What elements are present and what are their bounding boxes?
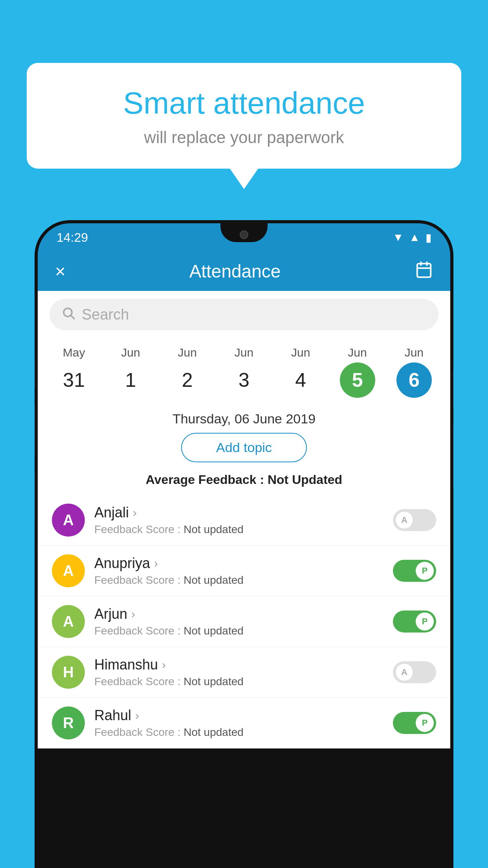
avatar: A (52, 554, 85, 587)
chevron-right-icon: › (131, 607, 135, 621)
date-col[interactable]: Jun2 (161, 346, 214, 398)
attendance-toggle[interactable]: P (393, 560, 436, 582)
signal-icon: ▲ (409, 231, 420, 244)
student-info: Anjali ›Feedback Score : Not updated (94, 504, 383, 536)
calendar-icon[interactable] (415, 261, 433, 282)
attendance-toggle[interactable]: P (393, 712, 436, 734)
student-item[interactable]: AArjun ›Feedback Score : Not updatedP (38, 596, 450, 647)
date-col[interactable]: Jun4 (274, 346, 327, 398)
chevron-right-icon: › (162, 658, 166, 671)
day-number[interactable]: 1 (113, 362, 148, 398)
avg-value: Not Updated (268, 473, 342, 487)
content-area: Thursday, 06 June 2019 Add topic Average… (38, 402, 450, 495)
selected-date-label: Thursday, 06 June 2019 (38, 402, 450, 433)
toggle-knob: P (416, 612, 434, 631)
avatar: R (52, 706, 85, 739)
date-col[interactable]: Jun3 (217, 346, 271, 398)
student-name: Himanshu › (94, 657, 383, 673)
student-info: Anupriya ›Feedback Score : Not updated (94, 555, 383, 587)
student-item[interactable]: RRahul ›Feedback Score : Not updatedP (38, 698, 450, 748)
student-item[interactable]: AAnupriya ›Feedback Score : Not updatedP (38, 546, 450, 596)
add-topic-button[interactable]: Add topic (181, 433, 307, 462)
vol-btn-2 (35, 405, 35, 456)
wifi-icon: ▼ (393, 231, 404, 244)
toggle-knob: P (416, 562, 434, 580)
phone-inner: 14:29 ▼ ▲ ▮ × Attendance (38, 223, 450, 868)
status-time: 14:29 (57, 230, 88, 245)
app-header: × Attendance (38, 252, 450, 291)
toggle-knob: A (395, 511, 413, 529)
day-number[interactable]: 3 (226, 362, 262, 398)
svg-rect-0 (417, 263, 431, 277)
attendance-toggle[interactable]: P (393, 611, 436, 633)
vol-btn-3 (35, 472, 35, 523)
avatar: A (52, 605, 85, 638)
chevron-right-icon: › (135, 709, 139, 722)
search-icon (61, 306, 75, 324)
student-name: Anjali › (94, 504, 383, 521)
search-placeholder: Search (82, 306, 129, 323)
student-info: Rahul ›Feedback Score : Not updated (94, 707, 383, 739)
feedback-score: Feedback Score : Not updated (94, 523, 383, 536)
feedback-score: Feedback Score : Not updated (94, 675, 383, 688)
chevron-right-icon: › (154, 557, 158, 570)
month-label: Jun (121, 346, 140, 359)
speech-bubble-container: Smart attendance will replace your paper… (27, 63, 461, 169)
avatar: H (52, 656, 85, 689)
battery-icon: ▮ (426, 231, 431, 244)
month-label: Jun (291, 346, 310, 359)
day-number[interactable]: 6 (396, 362, 432, 398)
day-number[interactable]: 2 (170, 362, 205, 398)
avatar: A (52, 504, 85, 537)
speech-bubble: Smart attendance will replace your paper… (27, 63, 461, 169)
average-feedback: Average Feedback : Not Updated (38, 470, 450, 495)
feedback-score: Feedback Score : Not updated (94, 625, 383, 637)
student-list: AAnjali ›Feedback Score : Not updatedAAA… (38, 495, 450, 748)
avg-label: Average Feedback : (146, 473, 268, 487)
month-label: Jun (235, 346, 253, 359)
date-col[interactable]: May31 (47, 346, 101, 398)
toggle-knob: P (416, 714, 434, 732)
day-number[interactable]: 5 (340, 362, 375, 398)
feedback-score: Feedback Score : Not updated (94, 726, 383, 739)
svg-line-5 (71, 315, 74, 318)
date-col[interactable]: Jun5 (331, 346, 384, 398)
day-number[interactable]: 31 (56, 362, 92, 398)
power-btn (453, 370, 453, 409)
vol-btn-1 (35, 358, 35, 389)
student-item[interactable]: HHimanshu ›Feedback Score : Not updatedA (38, 647, 450, 698)
month-label: Jun (348, 346, 367, 359)
camera (240, 230, 248, 239)
search-container: Search (38, 291, 450, 338)
student-name: Anupriya › (94, 555, 383, 572)
header-title: Attendance (55, 261, 415, 282)
month-label: Jun (178, 346, 197, 359)
notch (220, 223, 268, 242)
search-bar[interactable]: Search (50, 299, 438, 330)
date-col[interactable]: Jun6 (387, 346, 441, 398)
month-label: Jun (405, 346, 424, 359)
toggle-knob: A (395, 663, 413, 681)
student-info: Arjun ›Feedback Score : Not updated (94, 606, 383, 637)
status-icons: ▼ ▲ ▮ (393, 231, 431, 244)
power-btn-2 (453, 425, 453, 487)
student-name: Rahul › (94, 707, 383, 724)
attendance-toggle[interactable]: A (393, 661, 436, 683)
date-col[interactable]: Jun1 (104, 346, 157, 398)
student-info: Himanshu ›Feedback Score : Not updated (94, 657, 383, 688)
student-item[interactable]: AAnjali ›Feedback Score : Not updatedA (38, 495, 450, 546)
day-number[interactable]: 4 (283, 362, 318, 398)
bubble-title: Smart attendance (46, 86, 442, 120)
chevron-right-icon: › (133, 506, 137, 519)
month-label: May (63, 346, 85, 359)
date-strip: May31Jun1Jun2Jun3Jun4Jun5Jun6 (38, 338, 450, 402)
bubble-subtitle: will replace your paperwork (46, 128, 442, 147)
feedback-score: Feedback Score : Not updated (94, 574, 383, 587)
student-name: Arjun › (94, 606, 383, 622)
attendance-toggle[interactable]: A (393, 509, 436, 531)
phone-frame: 14:29 ▼ ▲ ▮ × Attendance (35, 220, 453, 868)
date-row: May31Jun1Jun2Jun3Jun4Jun5Jun6 (38, 346, 450, 398)
